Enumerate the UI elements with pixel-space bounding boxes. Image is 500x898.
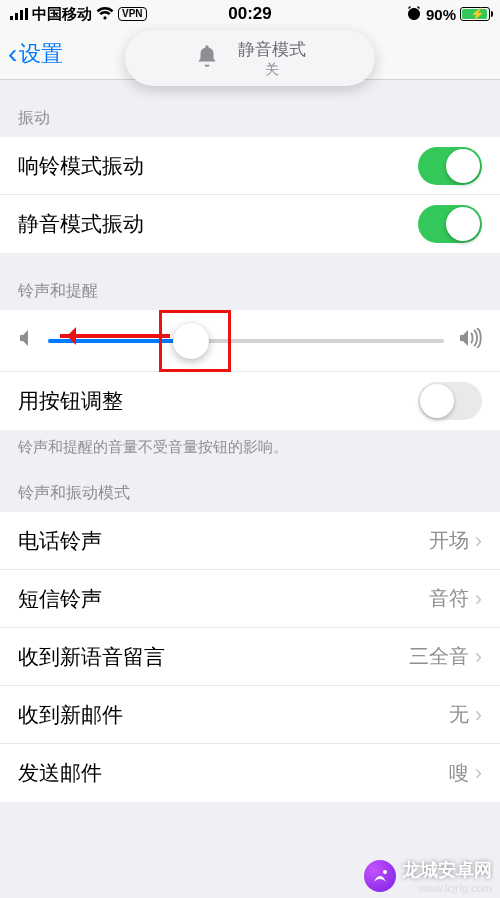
battery-icon: ⚡ xyxy=(460,7,490,21)
chevron-right-icon: › xyxy=(475,760,482,786)
chevron-left-icon: ‹ xyxy=(8,40,17,68)
row-vibrate-on-ring[interactable]: 响铃模式振动 xyxy=(0,137,500,195)
watermark-logo-icon xyxy=(364,860,396,892)
row-text-tone[interactable]: 短信铃声 音符 › xyxy=(0,570,500,628)
row-label: 收到新邮件 xyxy=(18,701,123,729)
back-label: 设置 xyxy=(19,39,63,69)
group-patterns: 电话铃声 开场 › 短信铃声 音符 › 收到新语音留言 三全音 › 收到新邮件 … xyxy=(0,512,500,802)
switch-vibrate-on-silent[interactable] xyxy=(418,205,482,243)
chevron-right-icon: › xyxy=(475,586,482,612)
row-value: 无 xyxy=(449,701,469,728)
clock: 00:29 xyxy=(0,4,500,24)
silent-mode-banner: 静音模式 关 xyxy=(125,30,375,86)
switch-vibrate-on-ring[interactable] xyxy=(418,147,482,185)
watermark-domain: www.lcjrfg.com xyxy=(402,882,492,894)
row-value: 音符 xyxy=(429,585,469,612)
volume-slider[interactable] xyxy=(48,339,444,343)
section-footer-ringer: 铃声和提醒的音量不受音量按钮的影响。 xyxy=(0,430,500,465)
row-new-mail[interactable]: 收到新邮件 无 › xyxy=(0,686,500,744)
row-label: 收到新语音留言 xyxy=(18,643,165,671)
banner-subtitle: 关 xyxy=(238,61,306,79)
volume-slider-thumb[interactable] xyxy=(173,323,209,359)
row-volume-slider xyxy=(0,310,500,372)
annotation-arrow-icon xyxy=(60,334,170,338)
chevron-right-icon: › xyxy=(475,702,482,728)
volume-slider-fill xyxy=(48,339,191,343)
status-bar: 中国移动 VPN 00:29 90% ⚡ xyxy=(0,0,500,28)
speaker-low-icon xyxy=(18,328,34,353)
watermark-name: 龙城安卓网 xyxy=(402,860,492,880)
chevron-right-icon: › xyxy=(475,528,482,554)
speaker-high-icon xyxy=(458,328,482,353)
row-label: 短信铃声 xyxy=(18,585,102,613)
switch-change-with-buttons[interactable] xyxy=(418,382,482,420)
back-button[interactable]: ‹ 设置 xyxy=(8,39,63,69)
chevron-right-icon: › xyxy=(475,644,482,670)
section-header-vibrate: 振动 xyxy=(0,80,500,137)
row-sent-mail[interactable]: 发送邮件 嗖 › xyxy=(0,744,500,802)
row-change-with-buttons[interactable]: 用按钮调整 xyxy=(0,372,500,430)
section-header-ringer: 铃声和提醒 xyxy=(0,253,500,310)
row-label: 发送邮件 xyxy=(18,759,102,787)
section-header-patterns: 铃声和振动模式 xyxy=(0,465,500,512)
row-vibrate-on-silent[interactable]: 静音模式振动 xyxy=(0,195,500,253)
svg-point-5 xyxy=(383,870,387,874)
row-ringtone[interactable]: 电话铃声 开场 › xyxy=(0,512,500,570)
watermark: 龙城安卓网 www.lcjrfg.com xyxy=(364,858,492,894)
row-value: 开场 xyxy=(429,527,469,554)
bell-icon xyxy=(194,43,220,73)
row-new-voicemail[interactable]: 收到新语音留言 三全音 › xyxy=(0,628,500,686)
group-vibrate: 响铃模式振动 静音模式振动 xyxy=(0,137,500,253)
row-value: 嗖 xyxy=(449,760,469,787)
row-label: 响铃模式振动 xyxy=(18,152,144,180)
banner-title: 静音模式 xyxy=(238,38,306,61)
row-value: 三全音 xyxy=(409,643,469,670)
row-label: 用按钮调整 xyxy=(18,387,123,415)
row-label: 电话铃声 xyxy=(18,527,102,555)
row-label: 静音模式振动 xyxy=(18,210,144,238)
group-change-with-buttons: 用按钮调整 xyxy=(0,372,500,430)
